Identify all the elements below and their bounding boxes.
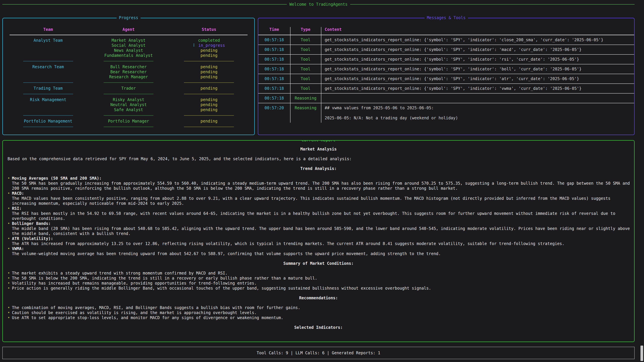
col-header-content: Content [321,27,634,32]
bullet-text: The middle band (20 SMA) has been rising… [12,226,630,236]
message-row: 00:57:18 Tool get_stockstats_indicators_… [258,45,634,55]
bullet-icon: • [6,176,12,191]
rule-line-right [350,4,634,4]
bullet-text: The 50 SMA has been gradually increasing… [12,181,630,191]
summary-bullet-list: • The market exhibits a steady upward tr… [6,271,632,291]
status-badge: pending [169,107,249,112]
messages-panel-title: Messages & Tools [424,15,468,20]
message-time: 00:57:18 [258,76,290,81]
list-item: • The 50 SMA is below the 200 SMA, indic… [6,276,632,281]
message-row: 00:57:18 Tool get_stockstats_indicators_… [258,64,634,74]
messages-table-header: Time Type Content [258,27,634,35]
message-content: get_stockstats_indicators_report_online:… [321,57,634,62]
agent-name: Safe Analyst [88,107,169,112]
table-row: Research Team Bull Researcher pending [8,64,249,69]
progress-panel-title: Progress [116,15,141,20]
messages-panel: Messages & Tools Time Type Content 00:57… [258,18,634,135]
message-content [321,96,634,101]
terminal-screen: Welcome to TradingAgents Progress Team A… [0,0,644,362]
list-item: • Bollinger Bands:The middle band (20 SM… [6,221,632,236]
list-item: • Caution should be exercised as volatil… [6,310,632,315]
message-content: get_stockstats_indicators_report_online:… [321,37,634,42]
recommendations-bullet-list: • The combination of moving averages, MA… [6,305,632,320]
header-separator [10,35,248,35]
column-divider [321,27,321,123]
bullet-text: Use ATR to set appropriate stop-loss lev… [12,315,632,320]
bullet-icon: • [6,236,12,246]
bullet-icon: • [6,305,12,310]
messages-table: Time Type Content 00:57:18 Tool get_stoc… [258,27,634,123]
bullet-text: The 50 SMA is below the 200 SMA, indicat… [12,276,632,281]
table-row: News Analyst pending [8,48,249,53]
message-content-line: 2025-06-05: N/A: Not a trading day (week… [325,116,458,120]
message-type: Reasoning [290,96,321,101]
message-time: 00:57:18 [258,66,290,71]
message-time: 00:57:18 [258,86,290,91]
spinner-icon: ⠇ [193,43,196,48]
team-name: Trading Team [8,86,88,91]
bullet-text: The RSI has been mostly in the 54.92 to … [12,211,615,221]
message-time: 00:57:18 [258,37,290,42]
list-item: • Use ATR to set appropriate stop-loss l… [6,315,632,320]
current-report-panel: Current Report Market Analysis Based on … [2,140,634,342]
status-badge: pending [169,48,249,53]
agent-name: Research Manager [88,74,169,79]
bullet-text: The combination of moving averages, MACD… [12,305,632,310]
table-row: Risk Management Risky Analyst pending [8,97,249,102]
message-time: 00:57:18 [258,57,290,62]
list-item: • The market exhibits a steady upward tr… [6,271,632,276]
bullet-label: RSI: [12,206,22,211]
status-badge: pending [169,64,249,69]
table-row: Analyst Team Market Analyst completed [8,38,249,43]
bullet-label: VWMA: [12,246,24,251]
bullet-label: Bollinger Bands: [12,221,51,226]
agent-name: Fundamentals Analyst [88,53,169,58]
table-row: Portfolio Management Portfolio Manager p… [8,119,249,124]
team-name: Risk Management [8,97,88,102]
message-type: Tool [290,57,321,62]
report-heading-summary: Summary of Market Conditions: [6,261,632,266]
scrollbar-track[interactable] [640,0,643,362]
group-separator [8,58,249,64]
message-row: 00:57:18 Tool get_stockstats_indicators_… [258,74,634,84]
bullet-text: The ATR has increased from approximately… [12,241,564,246]
report-heading-trend: Trend Analysis: [6,166,632,171]
message-content: ## vwma values from 2025-05-06 to 2025-0… [321,105,634,120]
report-content: Market Analysis Based on the comprehensi… [3,141,634,330]
list-item: • The combination of moving averages, MA… [6,305,632,310]
group-separator [8,79,249,86]
message-row: 00:57:18 Reasoning [258,93,634,103]
group-separator [8,112,249,119]
stats-text: Tool Calls: 9 | LLM Calls: 6 | Generated… [257,351,380,356]
list-item: • ATR (Volatility):The ATR has increased… [6,236,632,246]
table-row: Social Analyst ⠇in_progress [8,43,249,48]
bullet-label: MACD: [12,191,24,196]
col-header-status: Status [169,27,249,32]
scrollbar-thumb[interactable] [640,346,643,361]
list-item: • MACD:The MACD values have been consist… [6,191,632,206]
message-content: get_stockstats_indicators_report_online:… [321,66,634,71]
message-content-line: ## vwma values from 2025-05-06 to 2025-0… [325,106,434,110]
col-header-agent: Agent [88,27,169,32]
message-type: Tool [290,66,321,71]
status-badge: ⠇in_progress [169,43,249,48]
bullet-text: Price action is generally riding the mid… [12,286,632,291]
bullet-text: Caution should be exercised as volatilit… [12,310,632,315]
agent-name: Portfolio Manager [88,119,169,124]
welcome-rule: Welcome to TradingAgents [2,1,634,8]
message-row: 00:57:18 Tool get_stockstats_indicators_… [258,84,634,93]
table-row: Safe Analyst pending [8,107,249,112]
message-type: Reasoning [290,105,321,120]
message-type: Tool [290,86,321,91]
agent-name: Risky Analyst [88,97,169,102]
table-row: Trading Team Trader pending [8,86,249,91]
bullet-icon: • [6,315,12,320]
status-badge: pending [169,102,249,107]
team-name: Research Team [8,64,88,69]
status-badge: pending [169,86,249,91]
message-type: Tool [290,47,321,52]
trend-bullet-list: • Moving Averages (50 SMA and 200 SMA):T… [6,176,632,256]
status-badge: pending [169,69,249,74]
message-type: Tool [290,37,321,42]
bullet-icon: • [6,206,12,221]
